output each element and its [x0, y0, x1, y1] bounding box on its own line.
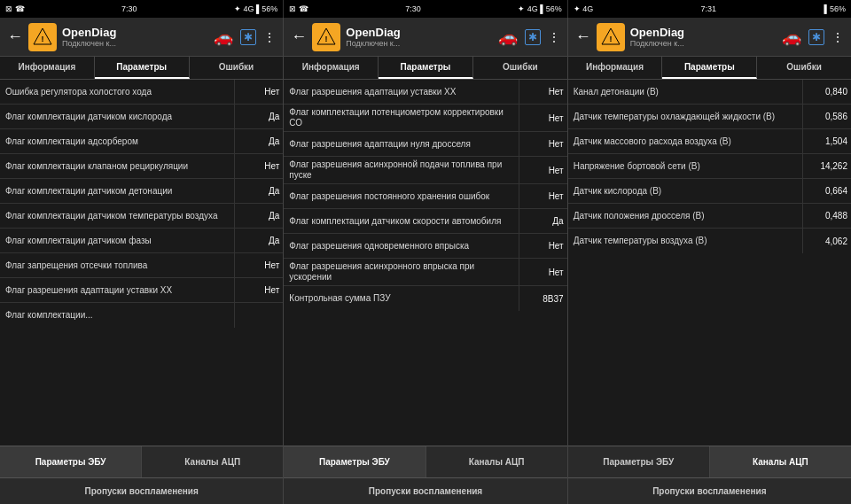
tab-2-errors[interactable]: Ошибки: [473, 57, 567, 79]
status-left-1: ⊠ ☎: [5, 4, 25, 13]
status-right-1: ✦ 4G ▌56%: [234, 4, 277, 13]
row-label: Флаг разрешения постоянного хранения оши…: [284, 184, 518, 208]
car-icon-1: 🚗: [214, 27, 233, 47]
row-label: Флаг комплектации клапаном рециркуляции: [0, 154, 234, 178]
bottom-tab-1-acp[interactable]: Каналы АЦП: [142, 446, 283, 477]
svg-text:!: !: [609, 35, 612, 43]
tab-3-info[interactable]: Информация: [568, 57, 663, 79]
menu-icon-1[interactable]: ⋮: [263, 30, 276, 44]
table-row: Датчик температуры охлаждающей жидкости …: [568, 105, 851, 129]
row-label: Флаг комплектации датчиком скорости авто…: [284, 209, 518, 233]
table-row: Флаг комплектации клапаном рециркуляции …: [0, 154, 283, 179]
tab-1-info[interactable]: Информация: [0, 57, 95, 79]
row-value: Нет: [519, 132, 567, 156]
table-row: Флаг разрешения одновременного впрыска Н…: [284, 234, 566, 259]
app-info-1: OpenDiag Подключен к...: [62, 26, 208, 48]
row-label: Флаг комплектации...: [0, 303, 234, 328]
table-row: Флаг запрещения отсечки топлива Нет: [0, 253, 283, 278]
row-label: Флаг разрешения асинхронного впрыска при…: [284, 259, 518, 285]
table-row: Флаг комплектации датчиком температуры в…: [0, 204, 283, 229]
panel-1-footer: Пропуски воспламенения: [0, 477, 283, 504]
row-label: Контрольная сумма ПЗУ: [284, 286, 518, 311]
tab-2-info[interactable]: Информация: [284, 57, 379, 79]
tab-3-params[interactable]: Параметры: [662, 57, 757, 79]
tab-1-errors[interactable]: Ошибки: [190, 57, 284, 79]
row-value: 0,586: [802, 105, 851, 128]
bluetooth-icon-3[interactable]: ✱: [808, 29, 824, 45]
status-bar: ⊠ ☎ 7:30 ✦ 4G ▌56% ⊠ ☎ 7:30 ✦ 4G ▌56% ✦ …: [0, 0, 851, 18]
row-value: Да: [234, 129, 283, 153]
panel-2-header: ← ! OpenDiag Подключен к... 🚗 ✱ ⋮: [284, 18, 566, 57]
row-label: Датчик температуры охлаждающей жидкости …: [568, 105, 802, 128]
row-value: Нет: [519, 259, 567, 285]
header-icons-2: 🚗 ✱ ⋮: [498, 27, 560, 47]
table-row: Флаг разрешения асинхронного впрыска при…: [284, 259, 566, 286]
row-label: Датчик температуры воздуха (В): [568, 229, 802, 253]
row-value: Нет: [234, 154, 283, 178]
row-value: Нет: [519, 105, 567, 131]
table-row: Датчик температуры воздуха (В) 4,062: [568, 229, 851, 253]
menu-icon-2[interactable]: ⋮: [548, 30, 560, 44]
bluetooth-icon-1[interactable]: ✱: [240, 29, 256, 45]
footer-btn-3-misfires[interactable]: Пропуски воспламенения: [568, 478, 851, 504]
footer-btn-2-misfires[interactable]: Пропуски воспламенения: [284, 478, 566, 504]
row-label: Канал детонации (В): [568, 80, 802, 104]
panel-3-bottom-tabs: Параметры ЭБУ Каналы АЦП: [568, 446, 851, 477]
panel-2-bottom-tabs: Параметры ЭБУ Каналы АЦП: [284, 446, 566, 477]
app-info-3: OpenDiag Подключен к...: [630, 26, 777, 48]
table-row: Флаг комплектации датчиком фазы Да: [0, 229, 283, 253]
row-label: Напряжение бортовой сети (В): [568, 154, 802, 178]
table-row: Канал детонации (В) 0,840: [568, 80, 851, 105]
bottom-tab-1-ebu[interactable]: Параметры ЭБУ: [0, 446, 142, 477]
row-label: Флаг запрещения отсечки топлива: [0, 253, 234, 277]
app-title-3: OpenDiag: [630, 26, 777, 39]
row-label: Ошибка регулятора холостого хода: [0, 80, 234, 104]
tab-2-params[interactable]: Параметры: [379, 57, 473, 79]
table-row: Датчик массового расхода воздуха (В) 1,5…: [568, 129, 851, 154]
app-info-2: OpenDiag Подключен к...: [346, 26, 492, 48]
row-label: Датчик кислорода (В): [568, 179, 802, 203]
row-value: Нет: [234, 278, 283, 302]
car-icon-2: 🚗: [498, 27, 518, 47]
back-arrow-1[interactable]: ←: [7, 27, 23, 46]
row-label: Флаг разрешения асинхронной подачи топли…: [284, 157, 518, 183]
table-row: Флаг комплектации...: [0, 303, 283, 328]
menu-icon-3[interactable]: ⋮: [831, 30, 844, 44]
bottom-tab-3-ebu[interactable]: Параметры ЭБУ: [568, 446, 710, 477]
table-row: Флаг разрешения адаптации уставки ХХ Нет: [0, 278, 283, 303]
row-value: 1,504: [802, 129, 851, 153]
table-row: Флаг комплектации потенциометром коррект…: [284, 105, 566, 132]
app-title-2: OpenDiag: [346, 26, 492, 39]
panel-2-footer: Пропуски воспламенения: [284, 477, 566, 504]
tab-1-params[interactable]: Параметры: [95, 57, 190, 79]
panel-3-data: Канал детонации (В) 0,840 Датчик темпера…: [568, 80, 851, 446]
footer-btn-1-misfires[interactable]: Пропуски воспламенения: [0, 478, 283, 504]
app-subtitle-2: Подключен к...: [346, 39, 492, 48]
bottom-tab-2-acp[interactable]: Каналы АЦП: [426, 446, 567, 477]
status-time-2: 7:30: [405, 4, 421, 13]
row-value: 0,488: [802, 204, 851, 228]
panel-2-tabs: Информация Параметры Ошибки: [284, 57, 566, 80]
tab-3-errors[interactable]: Ошибки: [757, 57, 851, 79]
bluetooth-icon-2[interactable]: ✱: [525, 29, 541, 45]
row-value: Да: [234, 105, 283, 128]
row-value: [234, 303, 283, 328]
row-label: Флаг комплектации датчиком температуры в…: [0, 204, 234, 228]
back-arrow-2[interactable]: ←: [291, 27, 307, 46]
status-right-2: ✦ 4G ▌56%: [518, 4, 561, 13]
back-arrow-3[interactable]: ←: [575, 27, 591, 46]
panels-container: ← ! OpenDiag Подключен к... 🚗 ✱ ⋮ Информ…: [0, 18, 851, 504]
panel-2: ← ! OpenDiag Подключен к... 🚗 ✱ ⋮ Информ…: [284, 18, 567, 504]
row-value: Да: [234, 204, 283, 228]
bottom-tab-2-ebu[interactable]: Параметры ЭБУ: [284, 446, 426, 477]
table-row: Датчик кислорода (В) 0,664: [568, 179, 851, 204]
row-label: Флаг разрешения адаптации нуля дросселя: [284, 132, 518, 156]
app-logo-1: !: [28, 23, 57, 51]
bottom-tab-3-acp[interactable]: Каналы АЦП: [710, 446, 851, 477]
status-time-1: 7:30: [121, 4, 137, 13]
row-label: Датчик положения дросселя (В): [568, 204, 802, 228]
row-value: Нет: [519, 157, 567, 183]
row-value: Нет: [519, 234, 567, 258]
status-time-3: 7:31: [701, 4, 717, 13]
app-logo-3: !: [597, 23, 625, 51]
